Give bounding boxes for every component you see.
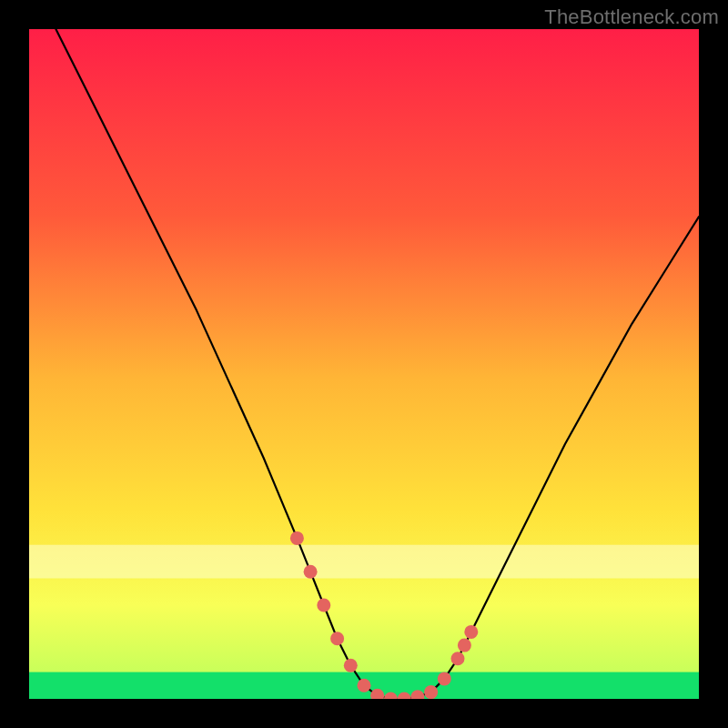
pale-band [29,545,699,579]
curve-marker [424,685,438,699]
bottleneck-chart [29,29,699,699]
curve-marker [458,639,471,652]
watermark-text: TheBottleneck.com [544,5,719,29]
gradient-background [29,29,699,699]
curve-marker [344,659,358,672]
curve-marker [317,599,330,612]
curve-marker [330,632,344,645]
curve-marker [451,652,465,665]
curve-marker [358,679,371,693]
curve-marker [438,672,451,685]
curve-marker [304,565,318,579]
curve-marker [464,625,478,639]
curve-marker [290,531,304,545]
chart-frame [29,29,699,699]
